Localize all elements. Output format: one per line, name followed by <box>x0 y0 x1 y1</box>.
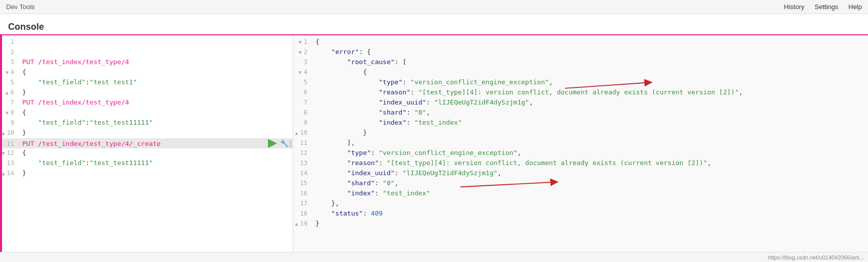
right-line-num-4: ▼4 <box>293 68 313 76</box>
right-line-num-15: 15 <box>293 179 313 187</box>
right-line-num-10: ▲10 <box>293 129 313 136</box>
line-num-6: ▲6 <box>0 88 20 96</box>
right-line-num-16: 16 <box>293 189 313 197</box>
nav-history[interactable]: History <box>784 3 804 11</box>
line-num-13: 13 <box>0 159 20 167</box>
right-line-num-12: 12 <box>293 149 313 156</box>
line-content-7: PUT /test_index/test_type/4 <box>20 98 293 106</box>
top-nav: History Settings Help <box>784 3 862 11</box>
left-line-13: 13 "test_field":"test_test11111" <box>0 159 293 169</box>
right-line-17: 17 }, <box>293 199 868 209</box>
left-line-10: ▲10 } <box>0 128 293 138</box>
line-content-12: { <box>20 149 293 156</box>
right-line-13: 13 "reason": "[test_type][4]: version co… <box>293 159 868 169</box>
left-code-area: 1 2 3 PUT /test_index/test_type/4 ▼4 { 5 <box>0 35 293 181</box>
top-bar: Dev Tools History Settings Help <box>0 0 868 14</box>
line-num-8: ▼8 <box>0 109 20 116</box>
app-title: Dev Tools <box>6 3 35 11</box>
line-content-10: } <box>20 129 293 136</box>
right-line-num-14: 14 <box>293 169 313 177</box>
left-line-3[interactable]: 3 PUT /test_index/test_type/4 <box>0 58 293 68</box>
run-button[interactable] <box>268 139 277 148</box>
right-line-num-3: 3 <box>293 58 313 66</box>
line-content-13: "test_field":"test_test11111" <box>20 159 293 167</box>
left-line-12: ▼12 { <box>0 148 293 159</box>
status-url: https://blog.csdn.net/u014042066/arti... <box>768 254 864 260</box>
right-line-num-19: ▲19 <box>293 220 313 227</box>
line-num-7: 7 <box>0 98 20 106</box>
right-line-15: 15 "shard": "0", <box>293 179 868 189</box>
left-line-4: ▼4 { <box>0 68 293 78</box>
right-code-area: ▼1 { ▼2 "error": { 3 "root_cause": [ ▼4 … <box>293 35 868 231</box>
line-content-8: { <box>20 109 293 116</box>
right-line-11: 11 ], <box>293 138 868 148</box>
right-line-num-13: 13 <box>293 159 313 167</box>
left-line-1: 1 <box>0 37 293 47</box>
line-num-14: ▲14 <box>0 169 20 177</box>
line-content-3: PUT /test_index/test_type/4 <box>20 58 293 66</box>
status-bar: https://blog.csdn.net/u014042066/arti... <box>0 252 868 262</box>
right-line-3: 3 "root_cause": [ <box>293 58 868 68</box>
left-line-7[interactable]: 7 PUT /test_index/test_type/4 <box>0 98 293 108</box>
right-line-num-6: 6 <box>293 88 313 96</box>
right-line-9: 9 "index": "test_index" <box>293 118 868 128</box>
line-content-11: PUT /test_index/test_type/4/_create <box>20 140 268 147</box>
right-line-10: ▲10 } <box>293 128 868 138</box>
right-line-7: 7 "index_uuid": "lIJEQeUgT2idF4dySzjm1g"… <box>293 98 868 108</box>
right-line-16: 16 "index": "test_index" <box>293 189 868 199</box>
right-line-num-1: ▼1 <box>293 38 313 45</box>
left-accent <box>0 35 2 252</box>
right-line-num-11: 11 <box>293 139 313 146</box>
right-line-num-8: 8 <box>293 109 313 116</box>
right-line-4: ▼4 { <box>293 68 868 78</box>
right-line-5: 5 "type": "version_conflict_engine_excep… <box>293 78 868 88</box>
right-line-14: 14 "index_uuid": "lIJEQeUgT2idF4dySzjm1g… <box>293 169 868 179</box>
left-panel: 1 2 3 PUT /test_index/test_type/4 ▼4 { 5 <box>0 35 293 252</box>
left-line-2: 2 <box>0 47 293 58</box>
right-line-12: 12 "type": "version_conflict_engine_exce… <box>293 148 868 159</box>
left-line-9: 9 "test_field":"test_test11111" <box>0 118 293 128</box>
line-num-12: ▼12 <box>0 149 20 156</box>
wrench-icon[interactable]: 🔧 <box>280 139 289 147</box>
right-panel: ▼1 { ▼2 "error": { 3 "root_cause": [ ▼4 … <box>293 35 868 252</box>
line-num-10: ▲10 <box>0 129 20 136</box>
line-content-5: "test_field":"test test1" <box>20 78 293 86</box>
line-content-6: } <box>20 88 293 96</box>
right-line-6: 6 "reason": "[test_type][4]: version con… <box>293 88 868 98</box>
right-line-num-9: 9 <box>293 119 313 126</box>
right-line-num-2: ▼2 <box>293 48 313 56</box>
line-num-11: 11 <box>0 140 20 147</box>
left-line-5: 5 "test_field":"test test1" <box>0 78 293 88</box>
right-line-2: ▼2 "error": { <box>293 47 868 58</box>
console-title: Console <box>8 22 44 34</box>
nav-settings[interactable]: Settings <box>814 3 838 11</box>
panel-resize-handle[interactable] <box>288 138 293 149</box>
line-num-3: 3 <box>0 58 20 66</box>
console-header: Console <box>0 14 868 35</box>
line-num-9: 9 <box>0 119 20 126</box>
left-line-14: ▲14 } <box>0 169 293 179</box>
nav-help[interactable]: Help <box>848 3 862 11</box>
line-content-9: "test_field":"test_test11111" <box>20 119 293 126</box>
right-line-num-5: 5 <box>293 78 313 86</box>
right-line-18: 18 "status": 409 <box>293 209 868 219</box>
right-line-8: 8 "shard": "0", <box>293 108 868 118</box>
line-num-1: 1 <box>0 38 20 45</box>
left-line-6: ▲6 } <box>0 88 293 98</box>
left-line-8: ▼8 { <box>0 108 293 118</box>
left-line-11[interactable]: 11 PUT /test_index/test_type/4/_create 🔧 <box>0 138 293 148</box>
right-line-num-7: 7 <box>293 98 313 106</box>
right-line-num-18: 18 <box>293 209 313 217</box>
line-num-5: 5 <box>0 78 20 86</box>
right-line-19: ▲19 } <box>293 219 868 229</box>
line-content-4: { <box>20 68 293 76</box>
line-content-14: } <box>20 169 293 177</box>
line-num-4: ▼4 <box>0 68 20 76</box>
main-content: 1 2 3 PUT /test_index/test_type/4 ▼4 { 5 <box>0 35 868 252</box>
line-num-2: 2 <box>0 48 20 56</box>
right-line-num-17: 17 <box>293 199 313 207</box>
right-line-1: ▼1 { <box>293 37 868 47</box>
